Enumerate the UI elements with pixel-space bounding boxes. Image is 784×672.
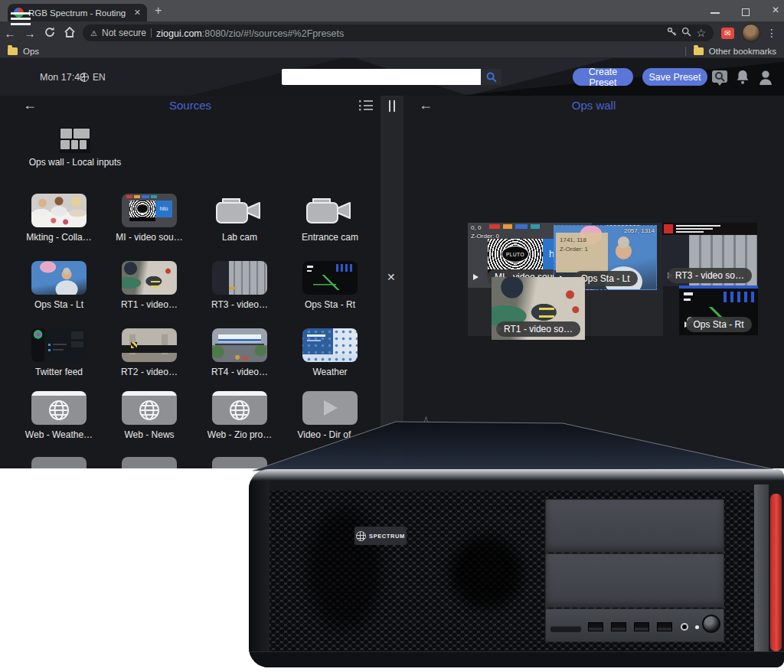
source-thumbnail	[31, 457, 87, 468]
save-preset-button[interactable]: Save Preset	[642, 68, 707, 86]
source-tile[interactable]: Lab cam	[194, 194, 285, 243]
source-tile[interactable]: Twitter feed	[14, 328, 104, 377]
screen: RGB Spectrum - Routing ✕ + ✕ ← → ⚠ Not s…	[0, 0, 784, 672]
source-tile[interactable]: hilo MI - video sou…	[104, 194, 194, 243]
red-accent-stripe	[770, 494, 782, 651]
source-thumbnail	[302, 328, 358, 362]
source-tile[interactable]: RT4 - video…	[194, 328, 285, 377]
source-label: Lab cam	[194, 232, 285, 243]
panel-close-icon[interactable]: ✕	[387, 271, 396, 283]
window-label[interactable]: RT3 - video so…	[668, 268, 752, 283]
url-text[interactable]: ziogui.com:8080/zio/#!/sources#%2Fpreset…	[156, 26, 344, 40]
thumb-art	[129, 217, 155, 221]
source-label: Twitter feed	[14, 367, 104, 377]
source-tile[interactable]: Ops Sta - Rt	[285, 261, 375, 310]
source-thumbnail	[212, 328, 267, 362]
new-tab-button[interactable]: +	[155, 5, 162, 17]
reload-icon[interactable]	[40, 27, 60, 40]
person-glyph	[759, 70, 773, 85]
source-tile[interactable]	[104, 457, 194, 468]
bell-glyph	[736, 70, 750, 85]
source-tile[interactable]: RT1 - video…	[104, 261, 194, 310]
wall-window-rt3[interactable]: RT3 - video so…	[662, 223, 757, 286]
brand-label: SPECTRUM	[369, 533, 405, 540]
zoom-icon[interactable]	[681, 27, 691, 39]
language-label[interactable]: EN	[93, 72, 106, 83]
search-button[interactable]	[481, 69, 501, 85]
address-bar[interactable]: ⚠ Not secure ziogui.com:8080/zio/#!/sour…	[83, 24, 714, 41]
forward-icon[interactable]: →	[20, 27, 40, 40]
source-tile[interactable]: Entrance cam	[285, 194, 375, 243]
camera-icon	[212, 194, 267, 227]
back-icon[interactable]: ←	[0, 27, 20, 40]
user-profile-icon[interactable]	[759, 70, 773, 88]
list-view-icon[interactable]	[358, 99, 373, 111]
source-thumbnail	[122, 457, 177, 468]
globe-icon	[47, 399, 70, 422]
source-tile[interactable]: RT2 - video…	[104, 328, 194, 377]
wall-group-icon[interactable]	[60, 128, 90, 153]
source-tile[interactable]: Web - Weathe…	[14, 391, 104, 440]
notifications-bell-icon[interactable]	[736, 70, 750, 88]
create-preset-button[interactable]: Create Preset	[573, 68, 633, 86]
source-tile[interactable]: RT3 - video…	[194, 261, 285, 310]
source-thumbnail	[31, 261, 87, 295]
usb-port	[657, 622, 672, 631]
window-position: 1741, 118	[560, 237, 586, 243]
window-label[interactable]: Ops Sta - Rt	[685, 317, 751, 332]
source-thumbnail	[302, 261, 358, 295]
window-minimize-button[interactable]	[710, 12, 720, 14]
source-label: Entrance cam	[285, 232, 375, 243]
wall-panel-header: ← Ops wall	[403, 96, 784, 116]
rgb-spectrum-badge: SPECTRUM	[354, 527, 407, 545]
key-glyph	[667, 27, 677, 37]
home-icon[interactable]	[60, 27, 80, 40]
source-thumbnail	[31, 194, 87, 227]
source-thumbnail	[122, 391, 177, 425]
password-key-icon[interactable]	[667, 27, 677, 39]
wall-window-ops-sta-rt[interactable]: Ops Sta - Rt	[679, 285, 758, 335]
camera-icon	[302, 194, 358, 227]
play-icon[interactable]	[473, 274, 479, 280]
source-tile[interactable]: Ops Sta - Lt	[14, 261, 104, 310]
source-tile[interactable]: Mkting - Colla…	[14, 194, 104, 243]
bookmarks-divider	[685, 47, 686, 56]
search-input[interactable]	[282, 69, 481, 85]
window-maximize-button[interactable]	[742, 8, 750, 16]
chassis-edge	[754, 484, 769, 651]
source-thumbnail	[122, 328, 177, 362]
window-zorder: Z-Order: 1	[560, 246, 588, 253]
thumb-art	[126, 195, 172, 198]
search-icon	[486, 72, 497, 83]
other-bookmarks-folder-icon	[694, 47, 704, 55]
source-tile[interactable]	[14, 457, 104, 468]
preview-monitor-icon[interactable]	[711, 69, 728, 89]
source-label: MI - video sou…	[104, 232, 194, 243]
source-label: RT1 - video…	[104, 299, 194, 310]
window-position: 0, 0	[471, 224, 481, 231]
tab-close-icon[interactable]: ✕	[134, 8, 141, 18]
mail-extension-icon[interactable]: ✉	[721, 28, 734, 39]
window-label[interactable]: RT1 - video so…	[496, 321, 580, 337]
omnibox-divider	[151, 28, 152, 38]
window-zorder: Z-Order: 0	[471, 233, 499, 240]
window-close-button[interactable]: ✕	[772, 6, 779, 14]
source-thumbnail: hilo	[122, 194, 177, 227]
security-warning-icon[interactable]: ⚠	[90, 29, 97, 38]
bookmark-star-icon[interactable]: ☆	[696, 27, 706, 39]
other-bookmarks[interactable]: Other bookmarks	[709, 47, 776, 56]
hamburger-menu-icon[interactable]	[11, 12, 31, 25]
source-tile[interactable]: Web - News	[104, 391, 194, 440]
browser-toolbar: ← → ⚠ Not secure ziogui.com:8080/zio/#!/…	[0, 21, 784, 44]
usb-port	[588, 622, 603, 631]
language-globe-icon[interactable]	[80, 73, 89, 82]
group-tile	[71, 140, 78, 149]
bookmark-ops[interactable]: Ops	[23, 47, 39, 56]
source-tile[interactable]: Weather	[285, 328, 375, 377]
group-tile	[60, 129, 72, 139]
profile-avatar[interactable]	[742, 24, 760, 42]
wall-window-rt1[interactable]: RT1 - video so…	[492, 277, 585, 340]
drive-bay-cover	[545, 553, 724, 608]
drag-handle-icon[interactable]	[389, 100, 396, 112]
chrome-menu-icon[interactable]: ⋮	[766, 27, 777, 39]
